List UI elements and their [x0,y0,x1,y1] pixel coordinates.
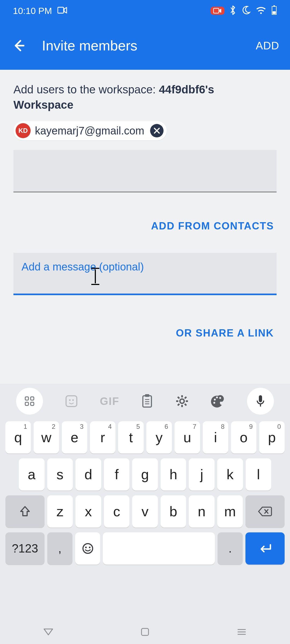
svg-point-11 [69,399,71,401]
svg-rect-10 [66,396,77,407]
svg-point-33 [83,544,93,553]
key-l[interactable]: l [246,458,271,491]
enter-key[interactable] [245,532,285,565]
add-button[interactable]: ADD [256,40,279,52]
svg-line-25 [185,397,186,398]
svg-point-34 [85,547,87,548]
status-time: 10:10 PM [13,6,52,16]
video-icon [57,6,67,15]
battery-icon [271,5,277,16]
key-y[interactable]: 6y [146,421,172,453]
key-t[interactable]: 5t [118,421,144,453]
status-bar: 10:10 PM [0,0,290,21]
key-p[interactable]: 0p [259,421,285,453]
key-j[interactable]: j [189,458,215,491]
svg-rect-1 [213,8,219,13]
key-v[interactable]: v [132,495,158,528]
svg-point-18 [180,399,184,403]
svg-point-29 [219,397,221,399]
heading-prefix: Add users to the workspace: [13,83,159,96]
key-e[interactable]: 3e [62,421,87,453]
nav-recents-icon[interactable] [236,627,247,637]
key-q[interactable]: 1q [5,421,31,453]
back-button[interactable] [11,39,27,53]
comma-key[interactable]: , [47,532,73,565]
emoji-key[interactable] [75,532,100,565]
page-title: Invite members [42,38,256,54]
key-z[interactable]: z [47,495,73,528]
message-input[interactable]: Add a message (optional) [13,253,277,295]
clipboard-icon[interactable] [141,394,154,409]
key-o[interactable]: 9o [231,421,256,453]
key-x[interactable]: x [75,495,101,528]
svg-line-24 [185,404,186,405]
svg-rect-7 [31,397,34,400]
svg-point-27 [214,399,216,401]
key-c[interactable]: c [104,495,130,528]
key-f[interactable]: f [104,458,130,491]
bluetooth-icon [229,5,236,17]
key-w[interactable]: 2w [34,421,59,453]
gear-icon[interactable] [175,394,189,408]
svg-rect-5 [273,11,276,14]
email-input[interactable] [13,150,277,192]
svg-rect-0 [58,7,64,13]
svg-line-23 [178,397,179,398]
key-b[interactable]: b [161,495,186,528]
svg-rect-36 [142,628,148,635]
heading: Add users to the workspace: 44f9dbf6's W… [13,82,277,112]
grid-icon[interactable] [16,388,43,415]
svg-line-26 [178,404,179,405]
shift-key[interactable] [5,495,45,528]
key-a[interactable]: a [19,458,45,491]
key-k[interactable]: k [217,458,243,491]
svg-rect-6 [25,397,28,400]
key-g[interactable]: g [132,458,158,491]
keyboard: GIF 1q2w3e4r5t6y7u8i9o0p asdfghjkl zxcvb… [0,384,290,644]
svg-point-2 [260,12,262,14]
svg-point-28 [216,397,218,398]
text-cursor-icon [91,268,99,285]
key-r[interactable]: 4r [90,421,115,453]
key-n[interactable]: n [189,495,215,528]
wifi-icon [256,6,266,16]
chip-email: kayemarj7@gmail.com [35,125,144,137]
add-from-contacts-button[interactable]: ADD FROM CONTACTS [13,218,277,234]
key-m[interactable]: m [217,495,243,528]
avatar: KD [16,123,31,138]
svg-rect-14 [145,394,149,397]
palette-icon[interactable] [211,394,226,408]
symbols-key[interactable]: ?123 [5,532,45,565]
mic-icon[interactable] [247,388,274,415]
moon-icon [241,5,251,16]
svg-point-35 [89,547,90,548]
sticker-icon[interactable] [64,394,78,408]
svg-rect-31 [259,395,262,402]
screen-record-icon [211,7,224,15]
space-key[interactable] [103,532,215,565]
key-u[interactable]: 7u [175,421,200,453]
svg-point-12 [72,399,74,401]
nav-back-icon[interactable] [43,627,54,637]
nav-home-icon[interactable] [140,627,150,637]
key-d[interactable]: d [75,458,101,491]
user-chip[interactable]: KD kayemarj7@gmail.com [13,121,167,140]
backspace-key[interactable] [245,495,285,528]
app-bar: Invite members ADD [0,21,290,70]
svg-rect-9 [31,402,34,405]
svg-point-30 [213,402,215,404]
period-key[interactable]: . [218,532,243,565]
remove-chip-button[interactable] [150,124,164,137]
key-h[interactable]: h [161,458,186,491]
svg-rect-8 [25,402,28,405]
key-s[interactable]: s [47,458,73,491]
gif-button[interactable]: GIF [100,395,119,407]
key-i[interactable]: 8i [203,421,228,453]
message-placeholder: Add a message (optional) [21,261,269,273]
share-link-button[interactable]: OR SHARE A LINK [13,325,277,341]
